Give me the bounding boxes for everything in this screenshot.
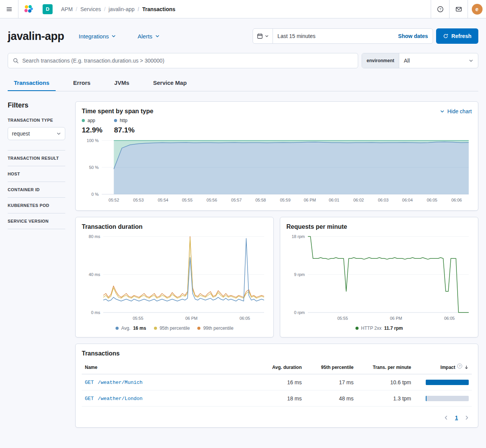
date-picker: Last 15 minutes Show dates <box>253 28 433 44</box>
filter-section-kubernetes-pod[interactable]: KUBERNETES POD <box>8 197 65 213</box>
transactions-table-title: Transactions <box>82 350 472 357</box>
tab-service-map[interactable]: Service Map <box>147 75 193 91</box>
svg-text:80 ms: 80 ms <box>89 234 100 239</box>
breadcrumb-apm[interactable]: APM <box>61 6 73 12</box>
legend-item-95th[interactable]: 95th percentile <box>154 326 190 331</box>
time-range-value[interactable]: Last 15 minutes <box>273 29 393 43</box>
user-avatar[interactable]: e <box>472 4 483 15</box>
requests-per-minute-chart[interactable]: 0 rpm9 rpm18 rpm05:5506 PM06:05 <box>286 233 472 322</box>
search-input[interactable] <box>22 58 353 64</box>
pagination: 1 <box>82 414 472 421</box>
table-row: GET/weather/Munich 16 ms 17 ms 10.6 tpm <box>82 374 472 390</box>
help-button[interactable]: ? <box>431 0 449 18</box>
service-tabs: Transactions Errors JVMs Service Map <box>8 75 478 91</box>
alerts-dropdown[interactable]: Alerts <box>137 33 159 40</box>
help-icon: ? <box>437 6 444 13</box>
breadcrumb: APM Services javalin-app Transactions <box>61 0 175 18</box>
breadcrumb-service-name[interactable]: javalin-app <box>109 6 135 12</box>
sort-descending-icon <box>464 365 469 370</box>
span-type-chart[interactable]: 0 %50 %100 %05:5205:5305:5405:5505:5605:… <box>82 137 472 204</box>
transaction-method: GET <box>85 396 94 402</box>
refresh-button[interactable]: Refresh <box>436 28 478 44</box>
filters-title: Filters <box>8 101 65 109</box>
tab-jvms[interactable]: JVMs <box>108 75 136 91</box>
chevron-down-icon <box>469 58 473 63</box>
newsfeed-button[interactable] <box>449 0 468 18</box>
svg-text:0 ms: 0 ms <box>91 310 100 315</box>
top-navigation-bar: D APM Services javalin-app Transactions … <box>0 0 486 18</box>
elastic-logo[interactable] <box>18 0 39 18</box>
user-menu[interactable]: e <box>468 0 486 18</box>
transaction-type-select[interactable]: request <box>8 127 65 140</box>
column-header-avg-duration[interactable]: Avg. duration <box>259 361 305 374</box>
p95-value: 48 ms <box>305 390 357 407</box>
page-header: javalin-app Integrations Alerts Last 15 … <box>8 28 478 44</box>
previous-page-button[interactable] <box>443 414 450 421</box>
transaction-type-value: request <box>12 131 30 137</box>
legend-item-http-2xx[interactable]: HTTP 2xx 11.7 rpm <box>355 326 403 331</box>
breadcrumb-current: Transactions <box>138 6 175 12</box>
search-box <box>8 53 358 68</box>
column-header-trans-per-minute[interactable]: Trans. per minute <box>357 361 414 374</box>
svg-text:06:06: 06:06 <box>451 198 462 202</box>
environment-select[interactable]: All <box>399 53 478 68</box>
svg-text:9 rpm: 9 rpm <box>294 272 305 277</box>
svg-text:05:59: 05:59 <box>280 198 291 202</box>
breadcrumb-services[interactable]: Services <box>80 6 101 12</box>
transaction-duration-legend: Avg. 16 ms 95th percentile 99th percenti… <box>82 326 267 331</box>
impact-info-icon[interactable]: ? <box>457 364 462 369</box>
tab-transactions[interactable]: Transactions <box>8 75 56 91</box>
svg-text:06:02: 06:02 <box>353 198 364 202</box>
filter-section-service-version[interactable]: SERVICE VERSION <box>8 213 65 229</box>
refresh-label: Refresh <box>451 33 471 39</box>
svg-text:05:53: 05:53 <box>133 198 144 202</box>
p99-legend-dot-icon <box>197 327 200 330</box>
deployment-badge[interactable]: D <box>43 4 53 14</box>
transaction-link-london[interactable]: GET/weather/London <box>85 396 142 402</box>
svg-text:05:57: 05:57 <box>231 198 242 202</box>
svg-text:06:03: 06:03 <box>378 198 388 202</box>
app-legend-label: app <box>88 118 95 123</box>
show-dates-link[interactable]: Show dates <box>393 33 433 39</box>
tab-errors[interactable]: Errors <box>67 75 97 91</box>
legend-item-http[interactable]: http 87.1% <box>114 118 135 134</box>
p95-legend-dot-icon <box>154 327 157 330</box>
hide-chart-link[interactable]: Hide chart <box>440 108 472 114</box>
svg-text:100 %: 100 % <box>87 138 99 143</box>
http-legend-label: http <box>120 118 127 123</box>
legend-item-app[interactable]: app 12.9% <box>82 118 102 134</box>
p95-legend-label: 95th percentile <box>160 326 190 331</box>
filter-section-transaction-result[interactable]: TRANSACTION RESULT <box>8 150 65 166</box>
search-row: environment All <box>8 53 478 68</box>
transaction-link-munich[interactable]: GET/weather/Munich <box>85 380 142 385</box>
column-header-95th-percentile[interactable]: 95th percentile <box>305 361 357 374</box>
integrations-dropdown[interactable]: Integrations <box>79 33 116 40</box>
page-number[interactable]: 1 <box>455 415 458 421</box>
filter-section-host[interactable]: HOST <box>8 166 65 182</box>
chevron-left-icon <box>443 415 449 420</box>
transaction-duration-chart[interactable]: 0 ms40 ms80 ms05:5506 PM06:05 <box>82 233 267 322</box>
mail-icon <box>455 6 462 13</box>
transaction-path: /weather/London <box>98 396 142 402</box>
impact-bar <box>426 396 469 401</box>
http2xx-legend-value: 11.7 rpm <box>384 326 403 331</box>
search-icon <box>13 58 19 64</box>
svg-text:05:55: 05:55 <box>182 198 193 202</box>
column-header-impact[interactable]: Impact ? <box>414 361 472 374</box>
next-page-button[interactable] <box>463 414 470 421</box>
svg-text:06:05: 06:05 <box>444 316 455 321</box>
app-legend-dot-icon <box>82 119 85 122</box>
filter-sections: TRANSACTION RESULT HOST CONTAINER ID KUB… <box>8 150 65 229</box>
filter-section-container-id[interactable]: CONTAINER ID <box>8 182 65 197</box>
column-header-name[interactable]: Name <box>82 361 259 374</box>
transaction-type-label: TRANSACTION TYPE <box>8 118 65 122</box>
menu-button[interactable] <box>0 0 18 18</box>
http2xx-legend-label: HTTP 2xx <box>361 326 382 331</box>
legend-item-avg[interactable]: Avg. 16 ms <box>116 326 146 331</box>
quick-select-menu-button[interactable] <box>253 29 273 43</box>
svg-text:05:54: 05:54 <box>158 198 169 202</box>
legend-item-99th[interactable]: 99th percentile <box>197 326 233 331</box>
transaction-duration-title: Transaction duration <box>82 223 267 230</box>
main-panels: Time spent by span type Hide chart app 1… <box>75 101 478 428</box>
charts-row: Transaction duration 0 ms40 ms80 ms05:55… <box>75 217 478 337</box>
